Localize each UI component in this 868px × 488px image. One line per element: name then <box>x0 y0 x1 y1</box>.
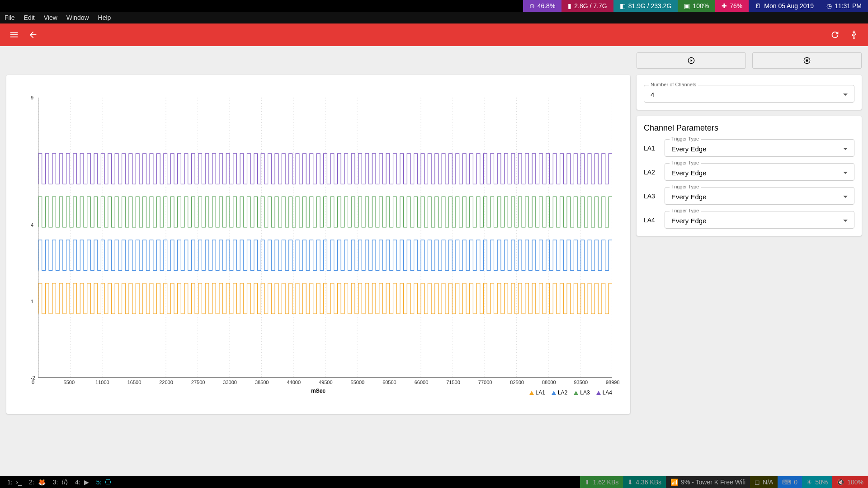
ws-3[interactable]: 3: ⟨/⟩ <box>49 479 70 486</box>
trigger-type-field[interactable]: Trigger TypeEvery Edge <box>665 211 854 229</box>
chevron-down-icon <box>843 172 848 174</box>
svg-point-21 <box>806 59 808 61</box>
battery-value: 100% <box>693 2 709 9</box>
chart-x-axis-label: mSec <box>311 388 326 394</box>
x-tick-label: 55000 <box>351 380 365 385</box>
bottom-statusbar: 1: ›_ 2: 🦊 3: ⟨/⟩ 4: ▶ 5: 🖵 ⬆ 1.62 KBs ⬇… <box>0 476 868 488</box>
num-channels-field[interactable]: Number of Channels 4 <box>644 85 854 103</box>
trigger-type-value: Every Edge <box>671 217 707 225</box>
y-tick-label: 4 <box>31 222 33 228</box>
y-tick-label: 1 <box>31 299 33 304</box>
bright-segment: ☀ 50% <box>802 476 832 488</box>
x-tick-label: 38500 <box>255 380 269 385</box>
trigger-type-label: Trigger Type <box>670 184 701 189</box>
x-tick-label: 93500 <box>574 380 588 385</box>
chevron-down-icon <box>843 196 848 198</box>
time-value: 11:31 PM <box>835 2 862 9</box>
play-icon <box>688 57 695 64</box>
legend-item-la4: LA4 <box>596 389 612 396</box>
workspace-list: 1: ›_ 2: 🦊 3: ⟨/⟩ 4: ▶ 5: 🖵 <box>0 479 113 486</box>
channel-row-la2: LA2Trigger TypeEvery Edge <box>644 163 854 181</box>
ws-1[interactable]: 1: ›_ <box>4 479 24 486</box>
refresh-icon[interactable] <box>830 30 840 40</box>
play-button[interactable] <box>637 52 746 69</box>
ws-2[interactable]: 2: 🦊 <box>25 479 47 486</box>
channel-label: LA4 <box>644 216 660 224</box>
x-tick-label: 71500 <box>446 380 460 385</box>
channel-label: LA2 <box>644 169 660 176</box>
mem-value: 2.8G / 7.7G <box>574 2 607 9</box>
date-value: Mon 05 Aug 2019 <box>764 2 814 9</box>
x-tick-label: 49500 <box>319 380 333 385</box>
usb-icon[interactable] <box>849 30 859 40</box>
chart-svg <box>38 98 612 377</box>
x-tick-label: 88000 <box>542 380 556 385</box>
disk-segment: ◧ 81.9G / 233.2G <box>613 0 678 12</box>
legend-item-la2: LA2 <box>552 389 567 396</box>
channel-parameters-title: Channel Parameters <box>644 123 854 133</box>
zero-segment: ⌨ 0 <box>778 476 802 488</box>
x-tick-label: 27500 <box>191 380 205 385</box>
channel-label: LA1 <box>644 145 660 152</box>
trigger-type-label: Trigger Type <box>670 136 701 141</box>
menu-help[interactable]: Help <box>94 14 116 21</box>
trigger-type-field[interactable]: Trigger TypeEvery Edge <box>665 163 854 181</box>
date-segment: 🗓 Mon 05 Aug 2019 <box>749 0 820 12</box>
back-arrow-icon[interactable] <box>28 30 38 40</box>
chart-plot-area <box>38 98 612 378</box>
net-up-segment: ⬆ 1.62 KBs <box>580 476 623 488</box>
channel-row-la4: LA4Trigger TypeEvery Edge <box>644 211 854 229</box>
legend-item-la3: LA3 <box>574 389 590 396</box>
x-tick-label: 98998 <box>606 380 620 385</box>
na-segment: ◻ N/A <box>750 476 778 488</box>
x-tick-label: 66000 <box>415 380 429 385</box>
cpu-value: 46.8% <box>538 2 556 9</box>
menu-file[interactable]: File <box>0 14 19 21</box>
trigger-type-field[interactable]: Trigger TypeEvery Edge <box>665 187 854 205</box>
x-tick-label: 0 <box>32 380 34 385</box>
y-tick-label: 9 <box>31 95 33 100</box>
ws-5[interactable]: 5: 🖵 <box>93 479 113 486</box>
vol-segment: 🔇 100% <box>832 476 868 488</box>
x-tick-label: 16500 <box>127 380 142 385</box>
num-channels-label: Number of Channels <box>649 82 698 87</box>
channel-row-la3: LA3Trigger TypeEvery Edge <box>644 187 854 205</box>
record-button[interactable] <box>752 52 862 69</box>
x-tick-label: 5500 <box>64 380 75 385</box>
battery-segment: ▣ 100% <box>678 0 715 12</box>
legend-item-la1: LA1 <box>529 389 545 396</box>
plus-segment: ✚ 76% <box>715 0 749 12</box>
menu-view[interactable]: View <box>39 14 62 21</box>
chevron-down-icon <box>843 148 848 150</box>
trigger-type-label: Trigger Type <box>670 208 701 213</box>
channel-parameters-card: Channel Parameters LA1Trigger TypeEvery … <box>637 116 862 236</box>
trigger-type-label: Trigger Type <box>670 160 701 165</box>
app-menubar: File Edit View Window Help <box>0 12 868 23</box>
menu-edit[interactable]: Edit <box>19 14 39 21</box>
trigger-type-field[interactable]: Trigger TypeEvery Edge <box>665 139 854 157</box>
x-tick-label: 60500 <box>382 380 396 385</box>
disk-value: 81.9G / 233.2G <box>628 2 672 9</box>
time-segment: ◷ 11:31 PM <box>820 0 868 12</box>
main-content: mSec LA1LA2LA3LA4 -214905500110001650022… <box>0 46 868 476</box>
x-tick-label: 11000 <box>95 380 109 385</box>
x-tick-label: 77000 <box>478 380 492 385</box>
chart-card: mSec LA1LA2LA3LA4 -214905500110001650022… <box>6 75 630 414</box>
hamburger-icon[interactable] <box>9 30 19 40</box>
cpu-segment: ⊙ 46.8% <box>523 0 562 12</box>
channel-label: LA3 <box>644 192 660 200</box>
x-tick-label: 22000 <box>159 380 173 385</box>
num-channels-value: 4 <box>651 91 654 99</box>
x-tick-label: 33000 <box>223 380 237 385</box>
ws-4[interactable]: 4: ▶ <box>71 479 91 486</box>
x-tick-label: 44000 <box>287 380 301 385</box>
num-channels-card: Number of Channels 4 <box>637 75 862 110</box>
trigger-type-value: Every Edge <box>671 145 707 153</box>
chevron-down-icon <box>843 220 848 222</box>
trigger-type-value: Every Edge <box>671 169 707 177</box>
app-toolbar <box>0 23 868 46</box>
chart-legend: LA1LA2LA3LA4 <box>529 389 612 396</box>
net-down-segment: ⬇ 4.36 KBs <box>623 476 666 488</box>
plus-value: 76% <box>730 2 742 9</box>
menu-window[interactable]: Window <box>62 14 94 21</box>
